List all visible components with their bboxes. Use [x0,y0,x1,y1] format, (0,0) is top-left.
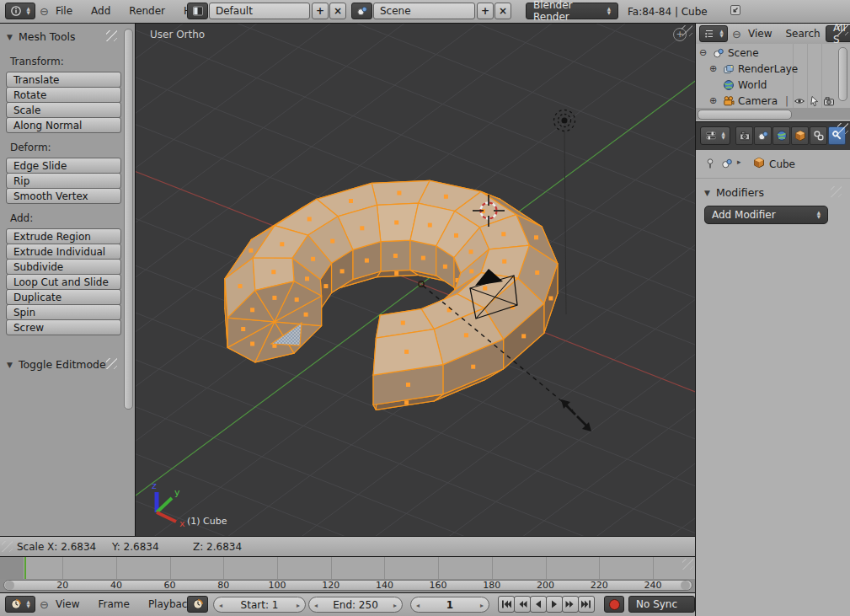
current-frame-playhead[interactable] [24,557,26,579]
camera-restrict-icon[interactable] [823,95,835,107]
tool-button-rip[interactable]: Rip [6,173,121,189]
frame-tick-label: 220 [586,580,612,591]
panel-drag-widget[interactable] [106,30,117,41]
outliner-hscrollbar[interactable] [698,110,792,120]
menu-add[interactable]: Add [91,5,110,17]
expand-icon[interactable]: ⊕ [709,63,717,74]
menu-view[interactable]: View [748,28,772,40]
screen-layout-icon-button[interactable] [187,3,208,19]
start-frame-field[interactable]: ◂ Start: 1 ▸ [213,597,306,613]
timeline-editor[interactable]: 20406080100120140160180200220240 [0,557,695,592]
area-corner-widget[interactable] [2,541,13,552]
increment-icon[interactable]: ▸ [297,602,300,609]
timeline-scrollbar-cap-left[interactable] [5,581,14,590]
clock-icon [10,598,22,610]
close-screen-button[interactable]: × [329,3,346,19]
region-corner-widget[interactable] [682,25,692,36]
timeline-scrollbar-cap-right[interactable] [681,581,690,590]
menu-search[interactable]: Search [785,28,820,40]
scene-field[interactable]: Scene [373,3,475,19]
panel-drag-widget[interactable] [106,358,117,369]
modifiers-panel-header[interactable]: ▼ Modifiers [704,186,764,199]
region-corner-widget[interactable] [682,559,693,570]
timeline-tick-area[interactable] [0,557,695,579]
tool-button-translate[interactable]: Translate [6,72,121,88]
region-corner-widget[interactable] [837,24,848,35]
collapse-menus-icon[interactable]: ⊖ [40,599,49,610]
tool-button-spin[interactable]: Spin [6,304,121,320]
tool-button-edge-slide[interactable]: Edge Slide [6,158,121,174]
viewport-3d[interactable]: zyx User Ortho (1) Cube + [136,24,695,536]
outliner-item-label[interactable]: Scene [728,47,759,59]
cursor-arrow-icon[interactable] [809,95,821,107]
menu-file[interactable]: File [56,5,72,17]
expand-icon[interactable]: ⊕ [709,95,717,106]
increment-icon[interactable]: ▸ [393,602,397,609]
outliner-item-renderlaye[interactable]: ⊕RenderLaye [696,62,850,78]
render-engine-dropdown[interactable]: Blender Render ▲▼ [526,3,618,19]
eye-icon[interactable] [794,95,805,107]
properties-tab-world[interactable] [772,126,790,145]
menu-frame[interactable]: Frame [98,598,129,610]
increment-icon[interactable]: ▸ [480,602,484,609]
collapse-menus-icon[interactable]: ⊖ [40,6,49,17]
panel-collapse-icon: ▼ [704,189,710,197]
tool-button-extrude-region[interactable]: Extrude Region [6,228,121,244]
outliner-item-label[interactable]: RenderLaye [738,63,798,75]
outliner-item-label[interactable]: Camera [738,95,778,107]
play-button[interactable] [546,596,563,613]
properties-tab-cube[interactable] [791,126,809,145]
scale-z-value: Z: 2.6834 [193,541,242,553]
decrement-icon[interactable]: ◂ [314,602,318,609]
clock-toggle-button[interactable] [187,596,208,613]
jump-to-end-button[interactable] [578,596,595,613]
add-modifier-dropdown[interactable]: Add Modifier ▲▼ [704,206,828,224]
tool-button-duplicate[interactable]: Duplicate [6,289,121,305]
outliner-vscrollbar[interactable] [838,47,847,101]
screen-layout-field[interactable]: Default [209,3,310,19]
tool-shelf-scrollbar[interactable] [124,29,133,410]
collapse-menus-icon[interactable]: ⊖ [732,29,741,40]
editor-type-button-timeline[interactable]: ▲▼ [5,596,35,613]
editor-type-button-properties[interactable]: ▲▼ [700,126,730,145]
decrement-icon[interactable]: ◂ [219,602,222,609]
add-scene-button[interactable]: + [477,3,494,19]
toggle-editmode-panel-header[interactable]: ▼ Toggle Editmode [7,358,106,371]
tool-button-loop-cut-and-slide[interactable]: Loop Cut and Slide [6,274,121,290]
tool-button-smooth-vertex[interactable]: Smooth Vertex [6,188,121,204]
pin-icon[interactable] [704,158,716,169]
tool-button-scale[interactable]: Scale [6,102,121,118]
menu-view[interactable]: View [56,598,79,610]
prev-keyframe-button[interactable] [514,596,531,613]
end-frame-field[interactable]: ◂ End: 250 ▸ [308,597,403,613]
collapse-icon[interactable]: ⊖ [699,47,707,58]
outliner-item-scene[interactable]: ⊖Scene [696,46,850,62]
decrement-icon[interactable]: ◂ [416,602,420,609]
tool-button-along-normal[interactable]: Along Normal [6,117,121,133]
next-keyframe-button[interactable] [562,596,579,613]
tool-button-subdivide[interactable]: Subdivide [6,259,121,275]
tool-button-extrude-individual[interactable]: Extrude Individual [6,244,121,260]
jump-to-start-button[interactable] [498,596,515,613]
play-reverse-button[interactable] [530,596,547,613]
tool-button-rotate[interactable]: Rotate [6,87,121,103]
properties-tab-scene[interactable] [754,126,772,145]
tool-button-screw[interactable]: Screw [6,319,121,335]
sync-mode-dropdown[interactable]: No Sync [628,596,695,613]
properties-tab-constraints-tab[interactable] [810,126,827,145]
current-frame-field[interactable]: ◂ 1 ▸ [410,597,489,613]
scene-selector-icon-button[interactable] [351,3,372,19]
close-scene-button[interactable]: × [494,3,511,19]
menu-render[interactable]: Render [129,5,165,17]
properties-tab-render-tab[interactable] [735,126,753,145]
outliner-item-label[interactable]: World [738,79,767,91]
outliner-item-world[interactable]: World [696,78,850,94]
editor-type-button-outliner[interactable]: ▲▼ [699,25,728,42]
editor-type-button-info[interactable]: ▲▼ [5,3,35,19]
region-corner-widget[interactable] [837,123,848,134]
record-button[interactable] [604,596,624,613]
window-ops-icon[interactable] [730,4,743,18]
mesh-tools-panel-header[interactable]: ▼ Mesh Tools [7,30,76,43]
add-screen-button[interactable]: + [312,3,329,19]
panel-drag-widget[interactable] [831,186,842,197]
